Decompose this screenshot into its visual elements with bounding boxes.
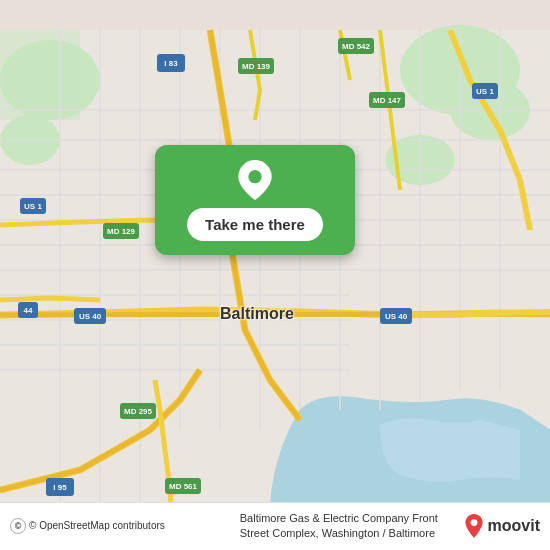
svg-text:I 83: I 83 bbox=[164, 59, 178, 68]
svg-text:US 40: US 40 bbox=[79, 312, 102, 321]
moovit-pin-icon bbox=[464, 514, 484, 538]
svg-text:MD 147: MD 147 bbox=[373, 96, 402, 105]
svg-text:I 95: I 95 bbox=[53, 483, 67, 492]
map-container: I 83 MD 542 MD 139 US 1 MD 147 US 1 I 83… bbox=[0, 0, 550, 550]
svg-text:MD 139: MD 139 bbox=[242, 62, 271, 71]
svg-text:MD 561: MD 561 bbox=[169, 482, 198, 491]
info-bar: © © OpenStreetMap contributors Baltimore… bbox=[0, 502, 550, 550]
location-info-text: Baltimore Gas & Electric Company Front S… bbox=[240, 511, 464, 540]
take-me-there-card: Take me there bbox=[155, 145, 355, 255]
svg-rect-5 bbox=[0, 30, 80, 120]
moovit-logo: moovit bbox=[464, 514, 540, 538]
svg-point-59 bbox=[470, 519, 477, 526]
svg-text:US 40: US 40 bbox=[385, 312, 408, 321]
city-label: Baltimore bbox=[220, 305, 294, 323]
osm-circle-icon: © bbox=[10, 518, 26, 534]
location-pin-icon bbox=[235, 160, 275, 200]
osm-attribution: © © OpenStreetMap contributors bbox=[10, 518, 165, 534]
svg-text:MD 129: MD 129 bbox=[107, 227, 136, 236]
moovit-text: moovit bbox=[488, 517, 540, 535]
svg-text:US 1: US 1 bbox=[476, 87, 494, 96]
svg-text:MD 295: MD 295 bbox=[124, 407, 153, 416]
info-bar-left: © © OpenStreetMap contributors bbox=[10, 518, 234, 534]
take-me-there-button[interactable]: Take me there bbox=[187, 208, 323, 241]
osm-text: © OpenStreetMap contributors bbox=[29, 520, 165, 531]
svg-text:44: 44 bbox=[24, 306, 33, 315]
svg-text:MD 542: MD 542 bbox=[342, 42, 371, 51]
svg-point-58 bbox=[248, 170, 261, 183]
svg-text:US 1: US 1 bbox=[24, 202, 42, 211]
